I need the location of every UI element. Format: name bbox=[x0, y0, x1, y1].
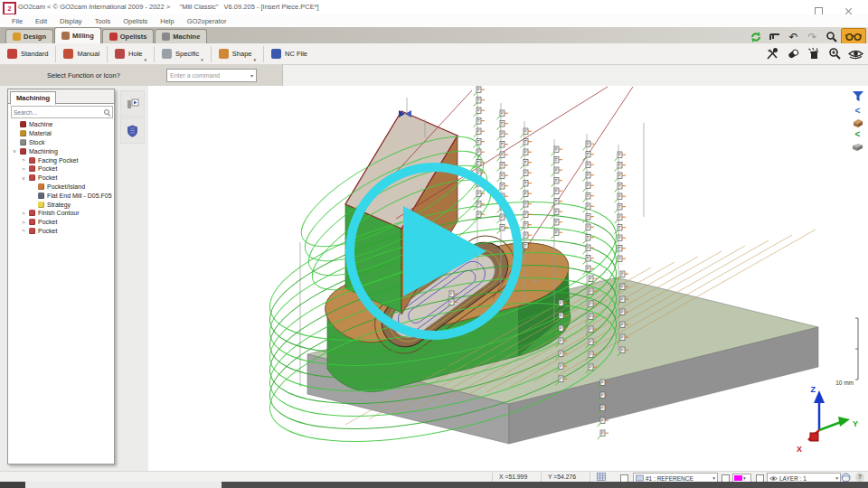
tree-item-pocket[interactable]: >Pocket bbox=[8, 218, 114, 227]
tab-label: Design bbox=[24, 33, 46, 41]
cursor-y-readout: Y =54.276 bbox=[548, 474, 576, 480]
tree-item-stock[interactable]: Stock bbox=[8, 138, 114, 147]
show-stock-icon[interactable] bbox=[850, 140, 865, 154]
regenerate-icon[interactable] bbox=[746, 30, 765, 44]
toolpath-point-flag bbox=[474, 118, 486, 127]
tree-item-pocket[interactable]: >Pocket bbox=[8, 164, 114, 174]
ribbon-button-standard[interactable]: Standard bbox=[0, 45, 55, 63]
command-input[interactable]: Enter a command ▾ bbox=[166, 69, 257, 82]
menu-item-help[interactable]: Help bbox=[154, 17, 180, 25]
toolpath-point-flag bbox=[615, 183, 627, 192]
tree-item-pocket-island[interactable]: Pocket/Island bbox=[8, 183, 114, 192]
close-button[interactable] bbox=[839, 3, 857, 13]
milling-tab-icon bbox=[61, 32, 70, 40]
ribbon-button-specific[interactable]: Specific▾ bbox=[155, 45, 211, 63]
tree-expander[interactable]: > bbox=[21, 166, 26, 172]
tab-opelists[interactable]: Opelists bbox=[102, 29, 155, 43]
filter-icon[interactable] bbox=[850, 89, 865, 103]
tree-expander[interactable]: v bbox=[21, 175, 26, 181]
ribbon-button-shape[interactable]: Shape▾ bbox=[212, 45, 263, 63]
toolpath-point-flag bbox=[552, 146, 563, 155]
tab-milling[interactable]: Milling bbox=[54, 27, 101, 43]
search-input[interactable] bbox=[14, 109, 93, 116]
tree-expander[interactable]: > bbox=[21, 157, 26, 163]
chevron-down-icon[interactable]: ▾ bbox=[253, 57, 256, 62]
toolpath-point-flag bbox=[497, 110, 509, 119]
progress-strip-left bbox=[0, 482, 25, 488]
tree-item-machining[interactable]: vMachining bbox=[8, 146, 114, 155]
progress-strip-right[interactable] bbox=[222, 482, 868, 488]
tree-item-pocket[interactable]: vPocket bbox=[8, 174, 114, 183]
undo-icon[interactable]: ↶ bbox=[784, 30, 803, 44]
measure-caliper-icon[interactable] bbox=[765, 30, 784, 44]
redo-icon[interactable]: ↷ bbox=[803, 30, 822, 44]
menu-item-tools[interactable]: Tools bbox=[89, 17, 118, 25]
zoom-in-icon[interactable] bbox=[825, 45, 845, 61]
command-prompt-label: Select Function or Icon? bbox=[47, 71, 120, 80]
menu-item-opelists[interactable]: Opelists bbox=[117, 17, 154, 25]
ribbon-button-nc-file[interactable]: NC File bbox=[264, 45, 315, 63]
menu-bar: FileEditDisplayToolsOpelistsHelpGO2opera… bbox=[0, 14, 868, 27]
chevron-down-icon[interactable]: ▾ bbox=[145, 57, 147, 62]
toolpath-point-flag bbox=[497, 121, 509, 130]
chevron-down-icon: ▾ bbox=[743, 475, 746, 481]
ribbon-toolbar: StandardManualHole▾Specific▾Shape▾NC Fil… bbox=[0, 43, 868, 65]
help-icon[interactable]: ? bbox=[855, 473, 864, 482]
toolpath-point-flag bbox=[583, 256, 595, 265]
tree-expander[interactable]: > bbox=[21, 228, 26, 233]
tab-label: Opelists bbox=[120, 33, 147, 41]
tree-item-flat-end-mill-d05-f05[interactable]: Flat End Mill - D05.F05 bbox=[8, 191, 114, 200]
toolpath-point-flag bbox=[583, 173, 595, 182]
tree-item-label: Pocket bbox=[38, 174, 57, 181]
tree-expander[interactable]: > bbox=[21, 211, 26, 216]
collapse-left-green-icon[interactable]: < bbox=[850, 127, 865, 141]
analysis-tools-icon[interactable] bbox=[762, 45, 783, 61]
module-tabs: DesignMillingOpelistsMachine bbox=[5, 27, 208, 43]
specific-icon bbox=[162, 49, 172, 59]
tree-item-label: Strategy bbox=[47, 202, 71, 208]
tab-design[interactable]: Design bbox=[5, 29, 53, 43]
tab-machining[interactable]: Machining bbox=[10, 91, 56, 105]
manual-icon bbox=[63, 49, 73, 59]
chevron-down-icon[interactable]: ▾ bbox=[201, 57, 203, 62]
svg-text:Y: Y bbox=[853, 419, 858, 428]
pocket-icon bbox=[29, 157, 35, 164]
progress-strip-mid[interactable] bbox=[25, 482, 222, 488]
video-play-button[interactable] bbox=[342, 159, 526, 343]
app-icon: 2 bbox=[3, 2, 16, 15]
menu-item-display[interactable]: Display bbox=[53, 17, 89, 25]
minimize-button[interactable] bbox=[779, 3, 797, 13]
strategy-icon bbox=[38, 202, 44, 208]
tree-item-strategy[interactable]: Strategy bbox=[8, 200, 114, 209]
zoom-search-icon[interactable] bbox=[822, 30, 841, 44]
tab-machine[interactable]: Machine bbox=[155, 29, 207, 43]
tool-shield-button[interactable] bbox=[120, 117, 145, 144]
toolpath-point-flag bbox=[615, 173, 627, 182]
eraser-icon[interactable] bbox=[783, 45, 804, 61]
tree-item-pocket[interactable]: >Pocket bbox=[8, 227, 114, 236]
pocket-icon bbox=[29, 165, 35, 172]
tree-item-facing-pocket[interactable]: >Facing Pocket bbox=[8, 155, 114, 164]
menu-item-file[interactable]: File bbox=[5, 17, 29, 25]
tree-expander[interactable]: v bbox=[12, 148, 17, 154]
ribbon-button-label: NC File bbox=[285, 50, 307, 58]
ribbon-button-label: Specific bbox=[175, 50, 199, 58]
maximize-button[interactable] bbox=[809, 3, 827, 13]
menu-item-edit[interactable]: Edit bbox=[29, 17, 53, 25]
ribbon-button-manual[interactable]: Manual bbox=[56, 45, 107, 63]
tree-item-machine[interactable]: Machine bbox=[8, 120, 114, 129]
toolpath-point-flag bbox=[615, 214, 627, 223]
tree-item-material[interactable]: Material bbox=[8, 129, 114, 138]
simulation-button[interactable] bbox=[120, 90, 145, 117]
visibility-eye-icon[interactable] bbox=[845, 45, 866, 61]
tree-item-finish-contour[interactable]: >Finish Contour bbox=[8, 209, 114, 218]
tree-search[interactable] bbox=[11, 106, 113, 118]
ribbon-button-hole[interactable]: Hole▾ bbox=[108, 45, 154, 63]
clean-trash-icon[interactable] bbox=[804, 45, 825, 61]
machine-icon bbox=[20, 121, 26, 127]
tree-item-label: Pocket bbox=[38, 219, 57, 225]
svg-text:X: X bbox=[797, 445, 802, 454]
menu-item-go2operator[interactable]: GO2operator bbox=[181, 17, 233, 25]
tree-expander[interactable]: > bbox=[21, 220, 26, 225]
tab-label: Machine bbox=[173, 33, 200, 41]
